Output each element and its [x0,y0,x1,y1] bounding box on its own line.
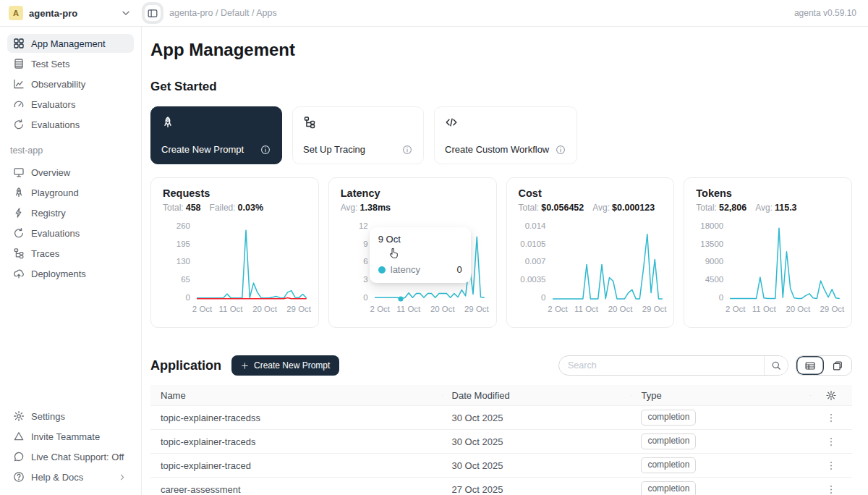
table-row[interactable]: career-assessment 27 Oct 2025 completion [150,478,852,495]
stat-title: Tokens [696,187,840,199]
info-icon[interactable] [555,145,566,155]
rocket-icon [13,187,25,198]
column-header-date: Date Modified [442,390,631,401]
create-custom-workflow-card[interactable]: Create Custom Workflow [434,106,577,164]
chevron-right-icon [116,473,128,482]
sidebar-item-label: Observability [31,79,85,90]
applications-table: Name Date Modified Type topic-explainer-… [150,385,852,495]
set-up-tracing-card[interactable]: Set Up Tracing [292,106,424,164]
stat-metrics: Avg:1.38ms [341,203,485,213]
requests-chart: 2601951306502 Oct11 Oct20 Oct29 Oct [163,222,307,316]
stat-metrics: Total:52,806 Avg:115.3 [696,203,840,213]
sidebar-item-invite-teammate[interactable]: Invite Teammate [7,427,134,446]
app-name: topic-explainer-tracedss [150,412,442,423]
info-icon[interactable] [260,145,271,155]
body: App Management Test Sets Observability E… [0,27,868,495]
sidebar-item-label: Evaluations [31,228,80,239]
create-new-prompt-card[interactable]: Create New Prompt [150,106,282,164]
sidebar-item-label: App Management [31,38,106,49]
sidebar-item-overview[interactable]: Overview [7,163,134,182]
tooltip-date: 9 Oct [378,234,462,245]
sidebar-item-live-chat[interactable]: Live Chat Support: Off [7,447,134,466]
main-content: App Management Get Started Create New Pr… [142,27,868,495]
type-badge: completion [641,410,696,426]
gear-icon [13,410,25,422]
column-header-type: Type [631,390,810,401]
cost-stat-card: Cost Total:$0.056452 Avg:$0.000123 0.014… [506,177,675,328]
table-row[interactable]: topic-explainer-traceds 30 Oct 2025 comp… [150,430,852,454]
stat-metrics: Total:458 Failed:0.03% [163,203,307,213]
column-settings-icon[interactable] [825,390,837,401]
app-root: A agenta-pro agenta-pro / Default / Apps… [0,0,868,495]
app-name: topic-explainer-traced [150,460,442,471]
bolt-icon [13,207,25,219]
search-button[interactable] [764,356,788,375]
application-toolbar: Application Create New Prompt [150,355,852,376]
sidebar-footer: Settings Invite Teammate Live Chat Suppo… [7,407,134,488]
app-name: topic-explainer-traceds [150,436,442,447]
sidebar-item-label: Evaluations [31,119,80,130]
table-header: Name Date Modified Type [150,385,852,406]
cursor-hand-icon [387,247,400,260]
refresh-circle-icon [13,119,25,130]
row-actions-icon[interactable] [825,436,837,447]
search-box [558,355,788,376]
top-header: A agenta-pro agenta-pro / Default / Apps… [0,0,868,27]
chart-line-icon [13,78,25,90]
tokens-chart: 18000135009000450002 Oct11 Oct20 Oct29 O… [696,222,840,316]
workspace-selector[interactable]: A agenta-pro [0,6,142,20]
row-actions-icon[interactable] [825,460,837,471]
latency-stat-card: Latency Avg:1.38ms 1296302 Oct11 Oct20 O… [328,177,497,328]
tree-icon [303,116,316,129]
app-date: 30 Oct 2025 [442,436,631,447]
plus-icon [241,362,249,370]
card-view-button[interactable] [824,356,851,375]
sidebar-item-test-sets[interactable]: Test Sets [7,54,134,73]
stat-title: Cost [519,187,663,199]
sidebar-item-settings[interactable]: Settings [7,407,134,426]
sidebar-item-app-evaluations[interactable]: Evaluations [7,224,134,242]
row-actions-icon[interactable] [825,412,837,423]
sidebar-item-label: Help & Docs [31,472,83,483]
sidebar-item-registry[interactable]: Registry [7,203,134,222]
code-icon [445,116,458,129]
sidebar-item-help-docs[interactable]: Help & Docs [7,468,134,486]
breadcrumb[interactable]: agenta-pro / Default / Apps [169,8,277,18]
chevron-down-icon [120,7,132,19]
sidebar-item-traces[interactable]: Traces [7,244,134,263]
sidebar-collapse-button[interactable] [145,5,161,21]
cost-chart: 0.0140.01050.0070.003502 Oct11 Oct20 Oct… [519,222,663,316]
card-label: Create Custom Workflow [445,144,549,155]
workspace-avatar: A [9,6,23,20]
sidebar-item-app-management[interactable]: App Management [7,34,134,53]
sidebar-item-label: Settings [31,411,65,422]
search-icon [770,360,782,371]
sidebar-item-label: Playground [31,187,79,198]
panel-left-icon [147,8,158,19]
search-input[interactable] [559,356,764,375]
chat-bubble-icon [13,451,25,462]
sidebar-item-label: Evaluators [31,99,75,110]
sidebar-item-playground[interactable]: Playground [7,183,134,202]
sidebar-item-deployments[interactable]: Deployments [7,264,134,283]
get-started-cards: Create New Prompt Set Up Tracing Create … [150,106,852,164]
gauge-icon [13,98,25,110]
requests-stat-card: Requests Total:458 Failed:0.03% 26019513… [150,177,319,328]
tooltip-value: 0 [457,264,462,275]
app-date: 27 Oct 2025 [442,484,631,495]
view-switcher [796,355,852,376]
table-view-button[interactable] [796,356,824,375]
app-date: 30 Oct 2025 [442,412,631,423]
row-actions-icon[interactable] [825,484,837,495]
app-name: career-assessment [150,484,442,495]
table-row[interactable]: topic-explainer-tracedss 30 Oct 2025 com… [150,406,852,430]
info-icon[interactable] [401,145,413,155]
card-view-icon [832,360,843,371]
type-badge: completion [641,481,696,495]
create-new-prompt-button[interactable]: Create New Prompt [231,355,339,376]
table-row[interactable]: topic-explainer-traced 30 Oct 2025 compl… [150,454,852,478]
sidebar-item-observability[interactable]: Observability [7,75,134,93]
sidebar-item-evaluators[interactable]: Evaluators [7,95,134,114]
sidebar-item-evaluations[interactable]: Evaluations [7,115,134,134]
tooltip-series-label: latency [391,264,420,275]
